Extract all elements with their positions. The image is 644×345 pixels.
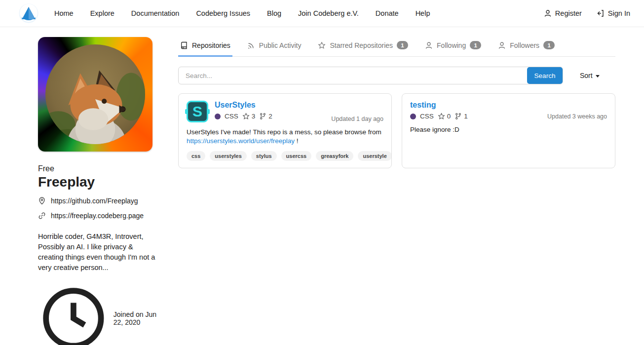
nav-item-join-codeberg[interactable]: Join Codeberg e.V. [298,9,359,17]
repo-card-header: testing CSS 0 [410,101,607,120]
search-button[interactable]: Search [527,67,563,84]
sign-in-button[interactable]: Sign In [597,9,630,17]
search-input[interactable] [178,67,563,84]
topic-pill[interactable]: userstyles [210,151,246,161]
tab-label: Starred Repositories [330,41,393,49]
repo-search-row: Search Sort [178,67,615,84]
topic-pill[interactable]: greasyfork [316,151,353,161]
fork-count[interactable]: 2 [259,113,272,120]
star-count-value: 0 [447,113,451,120]
star-count[interactable]: 0 [438,113,451,120]
repo-link[interactable]: UserStyles [215,101,272,110]
nav-item-help[interactable]: Help [416,9,430,17]
topic-pill[interactable]: stylus [251,151,277,161]
profile-bio: Horrible coder, G4M3R, Introvert, Possib… [38,231,156,273]
repo-description-link[interactable]: https://userstyles.world/user/freeplay [187,137,295,145]
following-count-badge: 1 [470,41,481,49]
star-icon [242,113,250,120]
person-icon [498,41,506,49]
codeberg-logo[interactable] [19,3,38,23]
tab-label: Following [437,41,466,49]
tab-starred-repositories[interactable]: Starred Repositories 1 [316,37,410,57]
repo-updated: Updated 1 day ago [331,115,383,122]
followers-count-badge: 1 [543,41,555,49]
search-group: Search [178,67,563,84]
rss-icon [247,41,255,49]
topic-pill[interactable]: css [187,151,205,161]
nav-right: Register Sign In [544,9,630,17]
person-icon [425,41,433,49]
repo-card-userstyles: S UserStyles CSS 3 [178,93,392,168]
profile-sidebar: Free Freeplay https://github.com/Freepla… [38,37,156,345]
repo-language: CSS [420,113,434,120]
sort-label: Sort [580,72,593,79]
repo-list: S UserStyles CSS 3 [178,93,615,168]
language-dot [215,114,221,119]
repo-avatar-letter: S [192,104,202,119]
sign-in-label: Sign In [608,9,630,17]
map-pin-icon [38,197,46,205]
nav-item-explore[interactable]: Explore [90,9,114,17]
user-avatar[interactable] [38,37,152,152]
repo-description-text: UserStyles I've made! This repo is a mes… [187,128,381,136]
star-count[interactable]: 3 [242,113,256,120]
tab-label: Public Activity [259,41,302,49]
chevron-down-icon [596,75,600,77]
link-icon [38,212,46,220]
nav-item-home[interactable]: Home [54,9,74,17]
nav-item-documentation[interactable]: Documentation [131,9,180,17]
fork-count-value: 1 [464,113,468,120]
tab-followers[interactable]: Followers 1 [496,37,557,57]
repo-title-block: UserStyles CSS 3 [215,101,272,120]
profile-tabs: Repositories Public Activity Starred Rep… [178,37,615,57]
git-branch-icon [259,113,266,120]
profile-website-link[interactable]: https://freeplay.codeberg.page [51,212,144,220]
tab-public-activity[interactable]: Public Activity [245,37,303,57]
repo-updated: Updated 3 weeks ago [547,113,607,120]
tab-label: Followers [510,41,539,49]
repo-avatar-userstyles: S [187,101,208,122]
fork-count[interactable]: 1 [455,113,468,120]
codeberg-mountain-icon [19,3,38,23]
repo-description: UserStyles I've made! This repo is a mes… [187,128,383,146]
profile-location: https://github.com/Freeplayg [51,197,138,205]
tab-following[interactable]: Following 1 [423,37,483,57]
profile-location-row: https://github.com/Freeplayg [38,197,156,205]
profile-fullname: Free [38,164,156,173]
star-icon [318,41,326,49]
language-dot [410,114,416,119]
profile-username: Freeplay [38,174,156,190]
main-area: Free Freeplay https://github.com/Freepla… [0,27,644,345]
nav-item-donate[interactable]: Donate [376,9,399,17]
repo-link[interactable]: testing [410,101,468,110]
person-icon [544,9,552,17]
fox-photo [45,44,145,144]
clock-icon [38,283,109,345]
star-count-value: 3 [252,113,256,120]
repo-description-text: Please ignore :D [410,126,459,133]
register-button[interactable]: Register [544,9,582,17]
fox-illustration [45,44,145,144]
repo-icon [180,41,188,49]
nav-item-codeberg-issues[interactable]: Codeberg Issues [196,9,250,17]
repo-language: CSS [225,113,238,120]
tab-label: Repositories [192,41,230,49]
star-icon [438,113,445,120]
topic-pill[interactable]: userstyle [358,151,391,161]
topic-pill[interactable]: usercss [281,151,312,161]
top-navbar: Home Explore Documentation Codeberg Issu… [0,0,644,27]
repo-stats: CSS 3 [215,113,272,120]
nav-links: Home Explore Documentation Codeberg Issu… [54,9,430,17]
tab-repositories[interactable]: Repositories [178,37,232,57]
git-branch-icon [455,113,462,120]
repo-stats: CSS 0 [410,113,468,120]
profile-website-row: https://freeplay.codeberg.page [38,212,156,220]
nav-item-blog[interactable]: Blog [267,9,281,17]
repo-card-testing: testing CSS 0 [402,93,615,168]
repo-title-block: testing CSS 0 [410,101,468,120]
profile-joined-date: Joined on Jun 22, 2020 [114,310,156,326]
sort-dropdown[interactable]: Sort [580,72,600,79]
repo-description-suffix: ! [295,137,299,145]
repo-card-header: S UserStyles CSS 3 [187,101,383,122]
fork-count-value: 2 [268,113,272,120]
